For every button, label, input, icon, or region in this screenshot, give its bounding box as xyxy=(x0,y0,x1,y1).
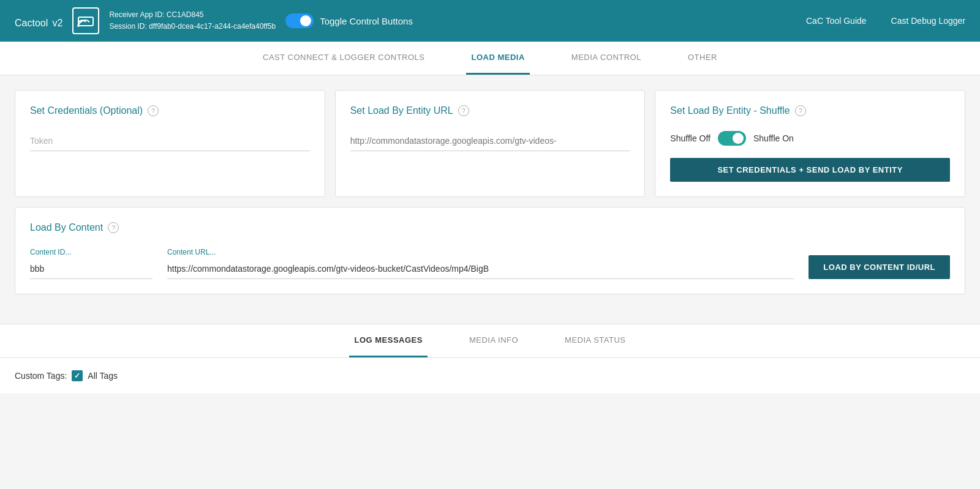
all-tags-checkbox[interactable] xyxy=(72,370,83,381)
set-load-entity-shuffle-card: Set Load By Entity - Shuffle ? Shuffle O… xyxy=(655,90,965,197)
load-by-content-button[interactable]: LOAD BY CONTENT ID/URL xyxy=(809,255,950,279)
load-by-content-title-text: Load By Content xyxy=(30,222,103,233)
set-credentials-title: Set Credentials (Optional) ? xyxy=(30,105,310,116)
top-cards-row: Set Credentials (Optional) ? Set Load By… xyxy=(15,90,965,197)
tab-log-messages[interactable]: LOG MESSAGES xyxy=(349,324,427,357)
svg-point-1 xyxy=(77,24,80,27)
toggle-switch[interactable] xyxy=(285,13,314,28)
app-header: Cactool v2 Receiver App ID: CC1AD845 Ses… xyxy=(0,0,980,42)
tab-media-status[interactable]: MEDIA STATUS xyxy=(560,324,630,357)
load-by-content-title: Load By Content ? xyxy=(30,222,950,233)
tab-load-media[interactable]: LOAD MEDIA xyxy=(466,42,529,75)
set-credentials-send-load-button[interactable]: SET CREDENTIALS + SEND LOAD BY ENTITY xyxy=(670,158,950,182)
toggle-control-buttons[interactable]: Toggle Control Buttons xyxy=(285,13,413,28)
header-links: CaC Tool Guide Cast Debug Logger xyxy=(806,16,965,26)
bottom-section: LOG MESSAGES MEDIA INFO MEDIA STATUS Cus… xyxy=(0,324,980,394)
content-id-input[interactable] xyxy=(30,259,153,279)
cast-debug-logger-link[interactable]: Cast Debug Logger xyxy=(891,16,965,26)
load-by-content-help-icon[interactable]: ? xyxy=(108,222,119,233)
shuffle-toggle-row: Shuffle Off Shuffle On xyxy=(670,131,950,146)
logo-name: Cactool xyxy=(15,18,48,28)
receiver-id: CC1AD845 xyxy=(167,10,204,19)
content-id-group: Content ID... xyxy=(30,248,153,279)
token-input[interactable] xyxy=(30,131,310,151)
shuffle-title-text: Set Load By Entity - Shuffle xyxy=(670,105,790,116)
entity-url-input[interactable] xyxy=(350,131,630,151)
set-credentials-card: Set Credentials (Optional) ? xyxy=(15,90,325,197)
toggle-label: Toggle Control Buttons xyxy=(320,16,413,26)
load-entity-url-title: Set Load By Entity URL ? xyxy=(350,105,630,116)
content-id-label: Content ID... xyxy=(30,248,153,256)
entity-url-title-text: Set Load By Entity URL xyxy=(350,105,453,116)
tab-media-control[interactable]: MEDIA CONTROL xyxy=(567,42,646,75)
shuffle-off-label: Shuffle Off xyxy=(670,133,710,143)
shuffle-on-label: Shuffle On xyxy=(753,133,794,143)
credentials-help-icon[interactable]: ? xyxy=(148,105,159,116)
shuffle-toggle[interactable] xyxy=(718,131,746,146)
custom-tags-row: Custom Tags: All Tags xyxy=(15,370,965,381)
shuffle-help-icon[interactable]: ? xyxy=(795,105,806,116)
content-url-group: Content URL... xyxy=(167,248,794,279)
set-load-entity-url-card: Set Load By Entity URL ? xyxy=(335,90,646,197)
logo-text: Cactool v2 xyxy=(15,12,62,31)
credentials-title-text: Set Credentials (Optional) xyxy=(30,105,143,116)
bottom-tabs: LOG MESSAGES MEDIA INFO MEDIA STATUS xyxy=(0,324,980,358)
bottom-content: Custom Tags: All Tags xyxy=(0,358,980,394)
header-left: Cactool v2 Receiver App ID: CC1AD845 Ses… xyxy=(15,7,413,34)
session-label: Session ID: xyxy=(109,22,146,31)
all-tags-label: All Tags xyxy=(88,371,118,381)
custom-tags-label: Custom Tags: xyxy=(15,371,67,381)
main-content: Set Credentials (Optional) ? Set Load By… xyxy=(0,75,980,319)
tab-other[interactable]: OTHER xyxy=(683,42,722,75)
cast-icon xyxy=(72,7,99,34)
receiver-label: Receiver App ID: xyxy=(109,10,164,19)
session-info: Receiver App ID: CC1AD845 Session ID: df… xyxy=(109,9,276,32)
entity-url-help-icon[interactable]: ? xyxy=(458,105,469,116)
tab-media-info[interactable]: MEDIA INFO xyxy=(464,324,523,357)
logo-version: v2 xyxy=(52,18,62,28)
content-url-input[interactable] xyxy=(167,259,794,279)
session-id: dff9fab0-dcea-4c17-a244-ca4efa40ff5b xyxy=(149,22,276,31)
content-url-label: Content URL... xyxy=(167,248,794,256)
main-nav: CAST CONNECT & LOGGER CONTROLS LOAD MEDI… xyxy=(0,42,980,75)
cac-tool-guide-link[interactable]: CaC Tool Guide xyxy=(806,16,867,26)
shuffle-title: Set Load By Entity - Shuffle ? xyxy=(670,105,950,116)
content-row: Content ID... Content URL... LOAD BY CON… xyxy=(30,248,950,279)
tab-cast-connect[interactable]: CAST CONNECT & LOGGER CONTROLS xyxy=(258,42,429,75)
load-by-content-card: Load By Content ? Content ID... Content … xyxy=(15,207,965,294)
